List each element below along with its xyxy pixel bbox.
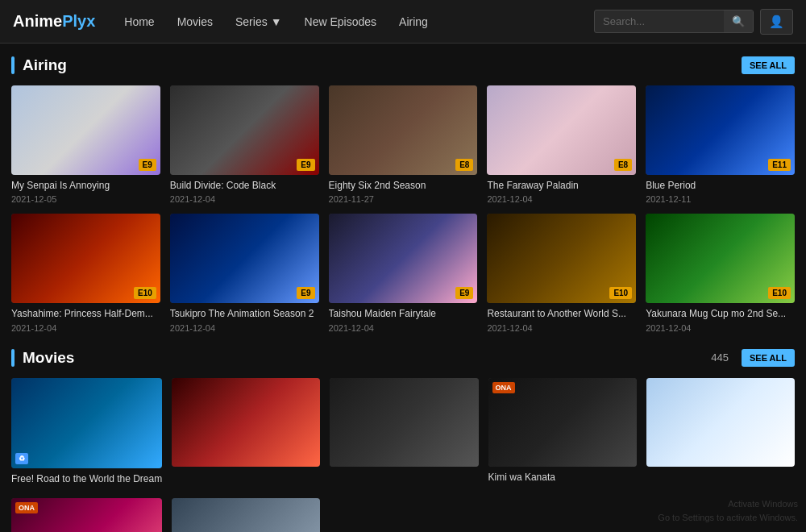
movie-card-4[interactable]: ONA Kimi wa Kanata <box>488 378 637 488</box>
movie-thumb-6: ONA <box>11 498 162 532</box>
movie-card-2[interactable] <box>172 378 320 488</box>
airing-thumb-9: E10 <box>487 214 636 303</box>
movie-thumb-5 <box>646 378 795 468</box>
user-icon-button[interactable]: 👤 <box>760 9 793 35</box>
airing-thumb-5: E11 <box>646 85 795 175</box>
airing-card-6[interactable]: E10 Yashahime: Princess Half-Dem... 2021… <box>11 214 160 332</box>
movies-section-header: Movies 445 SEE ALL <box>11 349 795 367</box>
main-content: Airing SEE ALL E9 My Senpai Is Annoying … <box>0 44 806 532</box>
movies-count: 445 <box>711 351 729 364</box>
navbar: AnimePlyx Home Movies Series ▼ New Episo… <box>0 0 806 44</box>
airing-date-9: 2021-12-04 <box>487 323 636 333</box>
airing-thumb-1: E9 <box>11 85 160 175</box>
chevron-down-icon: ▼ <box>271 15 282 28</box>
airing-card-8[interactable]: E9 Taishou Maiden Fairytale 2021-12-04 <box>329 214 478 332</box>
episode-badge-4: E8 <box>614 159 632 171</box>
episode-badge-3: E8 <box>455 159 473 171</box>
episode-badge-10: E10 <box>768 287 791 299</box>
airing-thumb-8: E9 <box>329 214 478 303</box>
airing-title-8: Taishou Maiden Fairytale <box>329 308 478 321</box>
airing-card-5[interactable]: E11 Blue Period 2021-12-11 <box>646 85 795 204</box>
user-icon: 👤 <box>769 15 784 28</box>
airing-title-10: Yakunara Mug Cup mo 2nd Se... <box>646 308 795 321</box>
search-button[interactable]: 🔍 <box>724 10 753 32</box>
airing-card-3[interactable]: E8 Eighty Six 2nd Season 2021-11-27 <box>329 85 478 204</box>
airing-date-5: 2021-12-11 <box>646 194 795 204</box>
movies-title: Movies <box>11 349 74 367</box>
nav-right: 🔍 👤 <box>594 9 793 35</box>
airing-section-header: Airing SEE ALL <box>11 56 795 74</box>
airing-date-1: 2021-12-05 <box>11 194 160 204</box>
airing-title-2: Build Divide: Code Black <box>170 180 319 193</box>
site-logo[interactable]: AnimePlyx <box>13 12 95 31</box>
search-input[interactable] <box>595 10 724 32</box>
airing-date-8: 2021-12-04 <box>329 323 478 333</box>
airing-date-10: 2021-12-04 <box>646 323 795 333</box>
nav-new-episodes[interactable]: New Episodes <box>295 10 387 33</box>
airing-card-7[interactable]: E9 Tsukipro The Animation Season 2 2021-… <box>170 214 319 332</box>
airing-thumb-10: E10 <box>646 214 795 303</box>
airing-date-6: 2021-12-04 <box>11 323 160 333</box>
airing-card-9[interactable]: E10 Restaurant to Another World S... 202… <box>487 214 636 332</box>
airing-date-4: 2021-12-04 <box>487 194 636 204</box>
movie-title-4: Kimi wa Kanata <box>488 472 637 484</box>
movie-title-1: Free! Road to the World the Dream <box>11 473 162 486</box>
nav-links: Home Movies Series ▼ New Episodes Airing <box>114 10 594 33</box>
episode-badge-9: E10 <box>609 287 632 299</box>
movie-thumb-7 <box>172 498 320 532</box>
movie-card-7[interactable]: Shijisen Kankaku <box>172 498 320 532</box>
nav-movies[interactable]: Movies <box>168 10 222 33</box>
airing-thumb-2: E9 <box>170 85 319 175</box>
nav-airing[interactable]: Airing <box>389 10 438 33</box>
airing-title: Airing <box>11 56 67 74</box>
episode-badge-2: E9 <box>297 159 314 171</box>
airing-grid: E9 My Senpai Is Annoying 2021-12-05 E9 B… <box>11 85 795 333</box>
search-container: 🔍 <box>594 10 754 33</box>
airing-title-3: Eighty Six 2nd Season <box>329 180 478 193</box>
airing-title-6: Yashahime: Princess Half-Dem... <box>11 308 160 321</box>
airing-thumb-7: E9 <box>170 214 319 303</box>
airing-card-10[interactable]: E10 Yakunara Mug Cup mo 2nd Se... 2021-1… <box>646 214 795 332</box>
airing-title-5: Blue Period <box>646 180 795 193</box>
movies-grid: ♻ Free! Road to the World the Dream ONA … <box>11 378 795 532</box>
airing-title-9: Restaurant to Another World S... <box>487 308 636 321</box>
episode-badge-5: E11 <box>768 159 791 171</box>
movie-card-3[interactable] <box>330 378 478 488</box>
ona-badge-4: ONA <box>492 382 515 393</box>
airing-title-7: Tsukipro The Animation Season 2 <box>170 308 319 321</box>
movie-card-1[interactable]: ♻ Free! Road to the World the Dream <box>11 378 162 488</box>
airing-thumb-3: E8 <box>329 85 478 175</box>
movie-thumb-4: ONA <box>488 378 637 468</box>
episode-badge-6: E10 <box>134 287 156 299</box>
airing-card-4[interactable]: E8 The Faraway Paladin 2021-12-04 <box>487 85 636 204</box>
nav-series[interactable]: Series ▼ <box>226 10 292 33</box>
airing-title-4: The Faraway Paladin <box>487 180 636 193</box>
airing-date-2: 2021-12-04 <box>170 194 319 204</box>
free-badge: ♻ <box>15 453 28 464</box>
airing-thumb-6: E10 <box>11 214 160 303</box>
airing-date-3: 2021-11-27 <box>329 194 478 204</box>
airing-card-1[interactable]: E9 My Senpai Is Annoying 2021-12-05 <box>11 85 160 204</box>
movie-card-6[interactable]: ONA Karen Children <box>11 498 162 532</box>
episode-badge-1: E9 <box>139 159 156 171</box>
ona-badge-6: ONA <box>15 502 38 513</box>
airing-title-1: My Senpai Is Annoying <box>11 180 160 193</box>
movie-thumb-2 <box>172 378 320 468</box>
movies-see-all-button[interactable]: SEE ALL <box>742 349 795 367</box>
movie-thumb-1: ♻ <box>11 378 162 468</box>
movie-card-5[interactable] <box>646 378 795 488</box>
episode-badge-7: E9 <box>297 287 314 299</box>
search-icon: 🔍 <box>732 15 745 27</box>
airing-date-7: 2021-12-04 <box>170 323 319 333</box>
nav-home[interactable]: Home <box>114 10 164 33</box>
airing-thumb-4: E8 <box>487 85 636 175</box>
airing-see-all-button[interactable]: SEE ALL <box>742 56 795 74</box>
episode-badge-8: E9 <box>455 287 473 299</box>
movie-thumb-3 <box>330 378 478 468</box>
airing-card-2[interactable]: E9 Build Divide: Code Black 2021-12-04 <box>170 85 319 204</box>
